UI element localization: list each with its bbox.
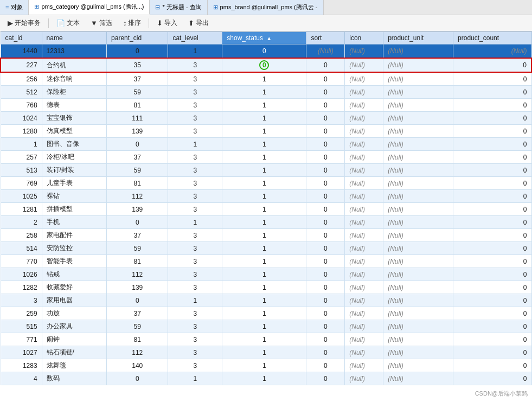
cell-product-count: 0 bbox=[453, 294, 531, 307]
table-row[interactable]: 1026钻戒112310(Null)(Null)0 bbox=[1, 268, 531, 281]
cell-product-count: 0 bbox=[453, 333, 531, 346]
table-row[interactable]: 2手机0110(Null)(Null)0 bbox=[1, 216, 531, 229]
col-header-product-unit[interactable]: product_unit bbox=[383, 32, 453, 44]
col-header-show-status[interactable]: show_status ▲ bbox=[222, 32, 306, 44]
table-row[interactable]: 256迷你音响37310(Null)(Null)0 bbox=[1, 72, 531, 86]
btn-import[interactable]: ⬇ 导入 bbox=[152, 17, 182, 29]
cell-show-status: 1 bbox=[222, 346, 306, 359]
table-row[interactable]: 770智能手表81310(Null)(Null)0 bbox=[1, 255, 531, 268]
table-row[interactable]: 3家用电器0110(Null)(Null)0 bbox=[1, 294, 531, 307]
btn-text[interactable]: 📄 文本 bbox=[52, 17, 84, 29]
table-row[interactable]: 1027钻石项链/112310(Null)(Null)0 bbox=[1, 346, 531, 359]
cell-name: 钻戒 bbox=[42, 268, 106, 281]
toolbar: ▶ 开始事务 📄 文本 ▼ 筛选 ↕ 排序 ⬇ 导入 ⬆ 导出 bbox=[0, 15, 532, 31]
cell-cat-id: 769 bbox=[1, 177, 42, 190]
cell-parent-cid: 37 bbox=[107, 72, 168, 86]
cell-show-status: 1 bbox=[222, 294, 306, 307]
btn-transaction[interactable]: ▶ 开始事务 bbox=[3, 17, 45, 29]
cell-product-unit: (Null) bbox=[383, 112, 453, 125]
cell-name: 炫舞毯 bbox=[42, 359, 106, 372]
table-row[interactable]: 258家电配件37310(Null)(Null)0 bbox=[1, 229, 531, 242]
col-header-product-count[interactable]: product_count bbox=[453, 32, 531, 44]
cell-product-unit: (Null) bbox=[383, 294, 453, 307]
table-row[interactable]: 1025裸钻112310(Null)(Null)0 bbox=[1, 190, 531, 203]
cell-parent-cid: 59 bbox=[107, 320, 168, 333]
cell-show-status: 1 bbox=[222, 112, 306, 125]
cell-cat-id: 257 bbox=[1, 151, 42, 164]
cell-cat-id: 1282 bbox=[1, 281, 42, 294]
cell-product-unit: (Null) bbox=[383, 138, 453, 151]
cell-cat-level: 3 bbox=[168, 359, 222, 372]
cell-cat-id: 1280 bbox=[1, 125, 42, 138]
col-header-parent-cid[interactable]: parent_cid bbox=[107, 32, 168, 44]
table-row[interactable]: 1282收藏爱好139310(Null)(Null)0 bbox=[1, 281, 531, 294]
cell-product-unit: (Null) bbox=[383, 125, 453, 138]
cell-parent-cid: 0 bbox=[107, 44, 168, 59]
cell-product-unit: (Null) bbox=[383, 151, 453, 164]
table-row[interactable]: 514安防监控59310(Null)(Null)0 bbox=[1, 242, 531, 255]
table-row[interactable]: 1图书、音像0110(Null)(Null)0 bbox=[1, 138, 531, 151]
col-header-cat-id[interactable]: cat_id bbox=[1, 32, 42, 44]
cell-name: 装订/封装 bbox=[42, 164, 106, 177]
table-row[interactable]: 512保险柜59310(Null)(Null)0 bbox=[1, 86, 531, 99]
cell-cat-level: 3 bbox=[168, 346, 222, 359]
cell-name: 冷柜/冰吧 bbox=[42, 151, 106, 164]
cell-sort: 0 bbox=[306, 359, 345, 372]
col-header-cat-level[interactable]: cat_level bbox=[168, 32, 222, 44]
table-row[interactable]: 227合约机35300(Null)(Null)0 bbox=[1, 58, 531, 72]
table-row[interactable]: 259功放37310(Null)(Null)0 bbox=[1, 307, 531, 320]
cell-cat-level: 3 bbox=[168, 203, 222, 216]
cell-name: 宝宝银饰 bbox=[42, 112, 106, 125]
table-row[interactable]: 1281拼插模型139310(Null)(Null)0 bbox=[1, 203, 531, 216]
tab-untitled[interactable]: ⊟ * 无标题 - 查询 bbox=[150, 0, 207, 15]
table-row[interactable]: 515办公家具59310(Null)(Null)0 bbox=[1, 320, 531, 333]
table-row[interactable]: 1283炫舞毯140310(Null)(Null)0 bbox=[1, 359, 531, 372]
cell-cat-id: 1440 bbox=[1, 44, 42, 59]
cell-sort: 0 bbox=[306, 268, 345, 281]
tab-pms-brand-icon: ⊞ bbox=[213, 4, 218, 11]
btn-sort[interactable]: ↕ 排序 bbox=[119, 17, 146, 29]
import-icon: ⬇ bbox=[157, 19, 163, 27]
cell-cat-id: 1027 bbox=[1, 346, 42, 359]
cell-cat-level: 1 bbox=[168, 44, 222, 59]
cell-product-unit: (Null) bbox=[383, 86, 453, 99]
btn-export[interactable]: ⬆ 导出 bbox=[184, 17, 213, 29]
col-header-sort[interactable]: sort bbox=[306, 32, 345, 44]
table-row[interactable]: 257冷柜/冰吧37310(Null)(Null)0 bbox=[1, 151, 531, 164]
cell-icon: (Null) bbox=[345, 164, 383, 177]
cell-name: 德表 bbox=[42, 99, 106, 112]
col-header-icon[interactable]: icon bbox=[345, 32, 383, 44]
table-row[interactable]: 1280仿真模型139310(Null)(Null)0 bbox=[1, 125, 531, 138]
cell-cat-level: 3 bbox=[168, 320, 222, 333]
table-row[interactable]: 1024宝宝银饰111310(Null)(Null)0 bbox=[1, 112, 531, 125]
cell-sort: 0 bbox=[306, 138, 345, 151]
table-row[interactable]: 144012313010(Null)(Null)(Null)(Null) bbox=[1, 44, 531, 59]
cell-icon: (Null) bbox=[345, 372, 383, 385]
tab-pms-category[interactable]: ⊞ pms_category @gulimall_pms (腾讯...) bbox=[29, 0, 150, 15]
cell-name: 迷你音响 bbox=[42, 72, 106, 86]
cell-product-count: 0 bbox=[453, 229, 531, 242]
table-row[interactable]: 513装订/封装59310(Null)(Null)0 bbox=[1, 164, 531, 177]
cell-product-count: 0 bbox=[453, 372, 531, 385]
cell-parent-cid: 59 bbox=[107, 86, 168, 99]
cell-name: 钻石项链/ bbox=[42, 346, 106, 359]
cell-cat-id: 771 bbox=[1, 333, 42, 346]
cell-product-unit: (Null) bbox=[383, 346, 453, 359]
table-row[interactable]: 771闹钟81310(Null)(Null)0 bbox=[1, 333, 531, 346]
cell-show-status: 1 bbox=[222, 164, 306, 177]
table-row[interactable]: 4数码0110(Null)(Null)0 bbox=[1, 372, 531, 385]
table-row[interactable]: 769儿童手表81310(Null)(Null)0 bbox=[1, 177, 531, 190]
cell-product-unit: (Null) bbox=[383, 320, 453, 333]
cell-parent-cid: 81 bbox=[107, 255, 168, 268]
col-header-name[interactable]: name bbox=[42, 32, 106, 44]
tab-pms-brand[interactable]: ⊞ pms_brand @gulimall_pms (腾讯云 - bbox=[208, 0, 324, 15]
cell-show-status: 1 bbox=[222, 255, 306, 268]
table-row[interactable]: 768德表81310(Null)(Null)0 bbox=[1, 99, 531, 112]
tab-pms-category-label: pms_category @gulimall_pms (腾讯...) bbox=[41, 3, 144, 11]
cell-cat-id: 258 bbox=[1, 229, 42, 242]
tab-object[interactable]: ≡ 对象 bbox=[0, 0, 29, 15]
cell-sort: 0 bbox=[306, 229, 345, 242]
cell-cat-level: 3 bbox=[168, 190, 222, 203]
btn-filter[interactable]: ▼ 筛选 bbox=[86, 17, 117, 29]
cell-product-count: 0 bbox=[453, 346, 531, 359]
